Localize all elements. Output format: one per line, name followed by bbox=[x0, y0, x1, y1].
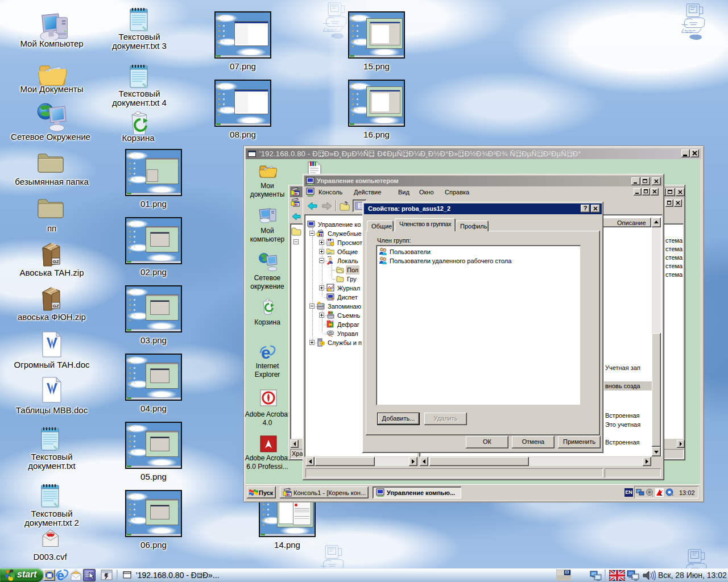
svg-text:GZ: GZ bbox=[52, 304, 59, 309]
svg-text:GZ: GZ bbox=[52, 259, 59, 264]
